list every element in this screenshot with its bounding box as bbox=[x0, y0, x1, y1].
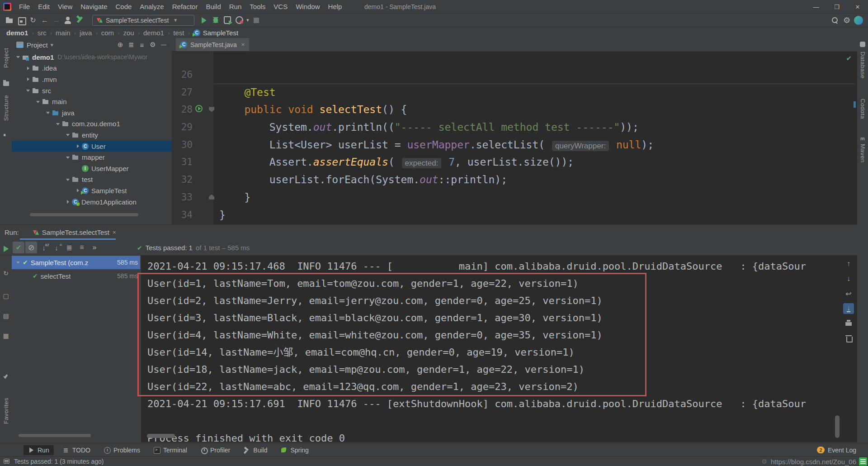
chevron-down-icon[interactable] bbox=[65, 177, 71, 182]
expand-all-icon[interactable] bbox=[126, 40, 137, 50]
rerun-test-button[interactable] bbox=[0, 243, 12, 254]
editor-panel[interactable]: 2627 @Test28 public void selectTest() {2… bbox=[172, 38, 857, 224]
test-history-button[interactable] bbox=[0, 290, 12, 301]
layout-button[interactable] bbox=[0, 330, 12, 341]
tree-item-com-zou-demo1[interactable]: com.zou.demo1 bbox=[12, 119, 172, 130]
menu-run[interactable]: Run bbox=[225, 0, 246, 14]
menu-vcs[interactable]: VCS bbox=[269, 0, 292, 14]
tree-item-src[interactable]: src bbox=[12, 85, 172, 96]
code-area[interactable]: 2627 @Test28 public void selectTest() {2… bbox=[172, 52, 857, 224]
run-with-coverage-icon[interactable] bbox=[222, 15, 233, 26]
chevron-down-icon[interactable] bbox=[65, 155, 71, 160]
tool-window-tab-spring[interactable]: Spring bbox=[276, 445, 313, 455]
hide-panel-icon[interactable] bbox=[158, 40, 169, 50]
maximize-button[interactable]: ❒ bbox=[826, 0, 847, 14]
code-text[interactable]: @Test bbox=[213, 84, 857, 101]
menu-window[interactable]: Window bbox=[292, 0, 324, 14]
show-passed-button[interactable] bbox=[13, 242, 24, 253]
tool-window-tab-problems[interactable]: Problems bbox=[99, 445, 145, 455]
database-icon[interactable] bbox=[857, 42, 868, 47]
tree-item-test[interactable]: test bbox=[12, 174, 172, 185]
close-button[interactable]: ✕ bbox=[847, 0, 868, 14]
tree-item-demo1application[interactable]: Demo1Application bbox=[12, 196, 172, 208]
console-vscrollbar[interactable] bbox=[835, 415, 840, 438]
code-text[interactable]: List<User> userList = userMapper.selectL… bbox=[213, 136, 857, 154]
menu-analyze[interactable]: Analyze bbox=[136, 0, 168, 14]
profiler-icon[interactable] bbox=[233, 15, 245, 26]
menu-help[interactable]: Help bbox=[324, 0, 346, 14]
tool-strip-database-tab[interactable]: Database bbox=[857, 52, 868, 79]
tool-window-tab-todo[interactable]: TODO bbox=[58, 445, 95, 455]
minimize-button[interactable]: — bbox=[806, 0, 826, 14]
tool-window-tab-run[interactable]: Run bbox=[24, 445, 54, 455]
tool-window-tab-terminal[interactable]: Terminal bbox=[149, 445, 192, 455]
user-dropdown-icon[interactable] bbox=[62, 15, 74, 26]
tool-strip-project-tab[interactable]: Project bbox=[0, 48, 12, 68]
tree-item-java[interactable]: java bbox=[12, 107, 172, 119]
chevron-down-icon[interactable] bbox=[35, 99, 41, 105]
close-tab-icon[interactable]: × bbox=[241, 41, 245, 48]
collapse-all-icon[interactable] bbox=[137, 40, 147, 50]
menu-view[interactable]: View bbox=[54, 0, 76, 14]
clear-console-button[interactable] bbox=[843, 333, 854, 344]
test-tree-hscrollbar[interactable] bbox=[19, 434, 91, 437]
save-all-icon[interactable] bbox=[15, 15, 27, 26]
more-options-button[interactable] bbox=[89, 242, 100, 253]
code-text[interactable]: } bbox=[213, 206, 857, 224]
project-tree-hscrollbar[interactable] bbox=[30, 213, 138, 216]
breadcrumb-item-demo1[interactable]: demo1 bbox=[143, 29, 164, 37]
debug-icon[interactable] bbox=[210, 15, 222, 26]
code-line-26[interactable]: 26 bbox=[172, 66, 857, 84]
breadcrumb-item-sampletest[interactable]: SampleTest bbox=[193, 29, 238, 37]
sort-alphabetically-button[interactable] bbox=[38, 242, 50, 253]
code-text[interactable]: public void selectTest() { bbox=[213, 101, 857, 119]
code-text[interactable]: Assert.assertEquals( expected: 7, userLi… bbox=[213, 153, 857, 171]
code-line-32[interactable]: 32 userList.forEach(System.out::println)… bbox=[172, 171, 857, 189]
collapse-all-button[interactable] bbox=[76, 242, 88, 253]
chevron-down-icon[interactable] bbox=[55, 121, 61, 127]
menu-code[interactable]: Code bbox=[111, 0, 136, 14]
tool-window-tab-build[interactable]: Build bbox=[239, 445, 272, 455]
close-tab-icon[interactable]: × bbox=[113, 229, 116, 236]
scroll-to-end-button[interactable] bbox=[843, 303, 854, 314]
code-text[interactable]: } bbox=[213, 189, 857, 206]
pin-tab-button[interactable] bbox=[0, 371, 12, 382]
settings-icon[interactable] bbox=[147, 40, 158, 50]
breadcrumb-item-java[interactable]: java bbox=[80, 29, 92, 37]
editor-tab-sampletest[interactable]: SampleTest.java × bbox=[176, 38, 249, 51]
chevron-right-icon[interactable] bbox=[65, 199, 71, 204]
sort-by-duration-button[interactable] bbox=[51, 242, 62, 253]
build-hammer-icon[interactable] bbox=[74, 15, 86, 26]
chevron-right-icon[interactable] bbox=[75, 143, 80, 149]
up-stack-trace-button[interactable] bbox=[843, 258, 854, 269]
tree-item-sampletest[interactable]: SampleTest bbox=[12, 185, 172, 196]
open-project-icon[interactable] bbox=[4, 15, 15, 26]
menu-file[interactable]: File bbox=[15, 0, 34, 14]
code-text[interactable] bbox=[213, 66, 857, 84]
run-tab[interactable]: SampleTest.selectTest × bbox=[30, 225, 119, 240]
expand-all-button[interactable] bbox=[63, 242, 75, 253]
code-text[interactable]: System.out.println(("----- selectAll met… bbox=[213, 119, 857, 136]
back-icon[interactable] bbox=[39, 15, 51, 26]
menu-tools[interactable]: Tools bbox=[245, 0, 269, 14]
tool-strip-favorites-tab[interactable]: Favorites bbox=[0, 398, 12, 424]
tool-strip-structure-tab[interactable]: Structure bbox=[0, 95, 12, 121]
folder-icon[interactable] bbox=[0, 81, 12, 86]
forward-icon[interactable] bbox=[51, 15, 62, 26]
maven-icon[interactable]: m bbox=[857, 136, 868, 141]
tree-item-main[interactable]: main bbox=[12, 96, 172, 107]
console-hscrollbar[interactable] bbox=[147, 434, 175, 438]
code-line-34[interactable]: 34} bbox=[172, 206, 857, 224]
tree-item-mapper[interactable]: mapper bbox=[12, 152, 172, 163]
tree-item-user[interactable]: User bbox=[12, 141, 172, 152]
chevron-down-icon[interactable] bbox=[15, 54, 21, 60]
code-line-29[interactable]: 29 System.out.println(("----- selectAll … bbox=[172, 119, 857, 136]
chevron-right-icon[interactable] bbox=[25, 76, 31, 82]
tree-item--mvn[interactable]: .mvn bbox=[12, 74, 172, 85]
chevron-down-icon[interactable] bbox=[45, 110, 51, 115]
screenshot-button[interactable] bbox=[0, 310, 12, 321]
code-text[interactable]: userList.forEach(System.out::println); bbox=[213, 171, 857, 189]
breadcrumb-item-test[interactable]: test bbox=[173, 29, 184, 37]
breadcrumb-item-zou[interactable]: zou bbox=[123, 29, 134, 37]
tree-item--idea[interactable]: .idea bbox=[12, 63, 172, 74]
